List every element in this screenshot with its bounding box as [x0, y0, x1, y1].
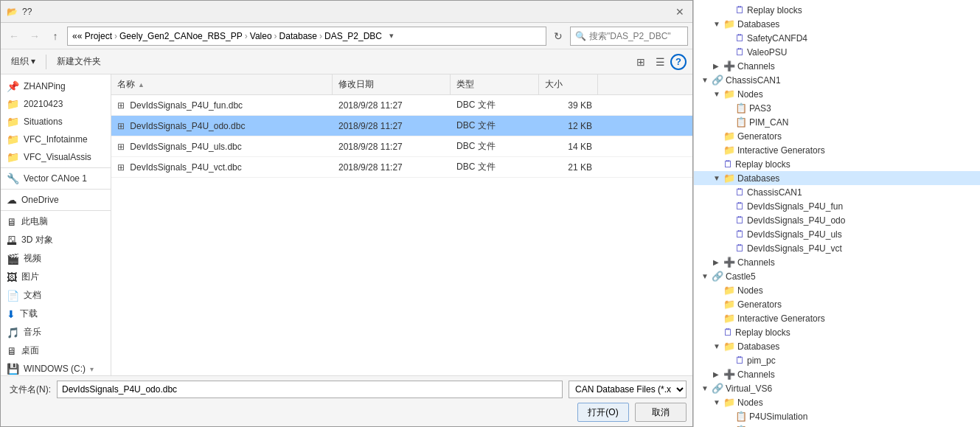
file-row-2[interactable]: ⊞ DevIdsSignals_P4U_uls.dbc 2018/9/28 11…: [111, 136, 692, 157]
sidebar-item-pictures[interactable]: 🖼 图片: [1, 268, 111, 286]
tree-item[interactable]: 🗒DevIdsSignals_P4U_uls: [694, 227, 980, 241]
tree-toggle[interactable]: ▼: [713, 398, 723, 406]
tree-item[interactable]: 🗒DevIdsSignals_P4U_vct: [694, 241, 980, 255]
sidebar-item-windows-c[interactable]: 💾 WINDOWS (C:) ▾: [1, 360, 111, 375]
tree-item[interactable]: ▼🔗Virtual_VS6: [694, 381, 980, 395]
tree-item[interactable]: ▼🔗ChassisCAN1: [694, 73, 980, 87]
tree-node-icon: 🗒: [735, 4, 745, 15]
tree-item[interactable]: 📋PIM_CAN: [694, 115, 980, 129]
tree-toggle[interactable]: ▼: [701, 272, 712, 280]
sidebar-item-download[interactable]: ⬇ 下载: [1, 305, 111, 323]
sidebar-label-pictures: 图片: [21, 271, 39, 283]
header-date[interactable]: 修改日期: [333, 74, 451, 94]
sidebar-item-situations[interactable]: 📁 Situations: [1, 113, 111, 131]
sidebar-item-vfc-infotainme[interactable]: 📁 VFC_Infotainme: [1, 131, 111, 148]
header-name[interactable]: 名称 ▲: [111, 74, 333, 94]
tree-item[interactable]: 🗒Replay blocks: [694, 3, 980, 17]
file-row-0[interactable]: ⊞ DevIdsSignals_P4U_fun.dbc 2018/9/28 11…: [111, 95, 692, 116]
tree-toggle[interactable]: ▼: [713, 174, 723, 182]
tree-item[interactable]: 🗒DevIdsSignals_P4U_fun: [694, 199, 980, 213]
filetype-select[interactable]: CAN Database Files (*.xml;*.: [569, 381, 687, 398]
file-name-3: ⊞ DevIdsSignals_P4U_vct.dbc: [111, 159, 333, 176]
view-list-button[interactable]: ☰: [651, 53, 669, 71]
search-input[interactable]: [589, 31, 678, 41]
up-button[interactable]: ↑: [46, 27, 64, 45]
breadcrumb-dropdown[interactable]: ▾: [384, 27, 399, 45]
tree-item[interactable]: 📁Interactive Generators: [694, 311, 980, 325]
tree-item[interactable]: 📋P4USimulation: [694, 409, 980, 423]
tree-toggle[interactable]: ▼: [713, 342, 723, 350]
tree-item[interactable]: 📋VS6_Control(VS6_Park_Ctrl): [694, 423, 980, 427]
tree-item[interactable]: ▼🔗Castle5: [694, 269, 980, 283]
breadcrumb-part-4[interactable]: DAS_P2_DBC: [324, 31, 382, 41]
tree-item[interactable]: ▼📁Databases: [694, 339, 980, 353]
file-row-1[interactable]: ⊞ DevIdsSignals_P4U_odo.dbc 2018/9/28 11…: [111, 116, 692, 136]
file-row-3[interactable]: ⊞ DevIdsSignals_P4U_vct.dbc 2018/9/28 11…: [111, 157, 692, 178]
back-button[interactable]: ←: [5, 27, 23, 45]
right-panel: 🗒Replay blocks▼📁Databases🗒SafetyCANFD4🗒V…: [693, 0, 980, 427]
tree-item[interactable]: ▼📁Databases: [694, 17, 980, 31]
tree-item[interactable]: 🗒SafetyCANFD4: [694, 31, 980, 45]
tree-item[interactable]: 📁Generators: [694, 129, 980, 143]
tree-toggle[interactable]: ▼: [701, 76, 712, 84]
tree-item[interactable]: 📋PAS3: [694, 101, 980, 115]
tree-item[interactable]: ▼📁Databases: [694, 171, 980, 185]
refresh-button[interactable]: ↻: [549, 27, 567, 45]
tree-toggle[interactable]: ▼: [713, 90, 723, 98]
file-type-2: DBC 文件: [451, 136, 539, 156]
tree-node-icon: 🗒: [735, 355, 745, 366]
tree-item[interactable]: 🗒ChassisCAN1: [694, 185, 980, 199]
breadcrumb-part-3[interactable]: Database: [279, 31, 317, 41]
forward-button[interactable]: →: [26, 27, 44, 45]
tree-toggle[interactable]: ▶: [713, 370, 723, 378]
breadcrumb-part-2[interactable]: Valeo: [250, 31, 272, 41]
view-grid-button[interactable]: ⊞: [632, 53, 650, 71]
tree-item[interactable]: 🗒Replay blocks: [694, 157, 980, 171]
tree-item[interactable]: 🗒DevIdsSignals_P4U_odo: [694, 213, 980, 227]
sidebar-item-20210423[interactable]: 📁 20210423: [1, 95, 111, 113]
sidebar-item-docs[interactable]: 📄 文档: [1, 286, 111, 305]
tree-toggle[interactable]: ▶: [713, 62, 723, 70]
tree-item[interactable]: ▼📁Nodes: [694, 395, 980, 409]
sidebar-item-music[interactable]: 🎵 音乐: [1, 323, 111, 341]
tree-item[interactable]: 🗒pim_pc: [694, 353, 980, 367]
sidebar-item-desktop[interactable]: 🖥 桌面: [1, 341, 111, 360]
tree-item[interactable]: 📁Generators: [694, 297, 980, 311]
sidebar-item-video[interactable]: 🎬 视频: [1, 249, 111, 268]
tree-item[interactable]: 🗒Replay blocks: [694, 325, 980, 339]
tree-item[interactable]: ▶➕Channels: [694, 255, 980, 269]
tree-node-label: Nodes: [737, 285, 763, 296]
tree-toggle[interactable]: ▼: [713, 20, 723, 28]
close-button[interactable]: ✕: [673, 5, 687, 18]
sidebar-item-vector-canoe[interactable]: 🔧 Vector CANoe 1: [1, 170, 111, 187]
file-list: 名称 ▲ 修改日期 类型 大小 ⊞ DevIdsSignals_P4U_fun.…: [111, 74, 692, 375]
tree-node-label: Databases: [737, 341, 779, 352]
sidebar-item-onedrive[interactable]: ☁ OneDrive: [1, 191, 111, 209]
breadcrumb-part-0[interactable]: «« Project: [72, 31, 112, 41]
tree-item[interactable]: ▼📁Nodes: [694, 87, 980, 101]
bottom-bar: 文件名(N): CAN Database Files (*.xml;*. 打开(…: [1, 375, 692, 426]
organize-button[interactable]: 组织 ▾: [7, 53, 40, 70]
sidebar-label-windows-c: WINDOWS (C:): [24, 364, 86, 374]
open-button[interactable]: 打开(O): [577, 403, 629, 422]
tree-item[interactable]: ▶➕Channels: [694, 59, 980, 73]
tree-item[interactable]: 📁Interactive Generators: [694, 143, 980, 157]
breadcrumb-part-1[interactable]: Geely_Gen2_CANoe_RBS_PP: [119, 31, 243, 41]
tree-toggle[interactable]: ▶: [713, 258, 723, 266]
help-button[interactable]: ?: [670, 54, 687, 70]
header-size[interactable]: 大小: [539, 74, 598, 94]
sidebar-label-video: 视频: [24, 252, 41, 265]
sidebar-label-vfc-infotainme: VFC_Infotainme: [24, 134, 88, 145]
sidebar-item-thispc[interactable]: 🖥 此电脑: [1, 212, 111, 231]
sidebar-item-3d[interactable]: 🗳 3D 对象: [1, 231, 111, 249]
filename-input[interactable]: [57, 381, 563, 398]
header-type[interactable]: 类型: [451, 74, 539, 94]
tree-item[interactable]: ▶➕Channels: [694, 367, 980, 381]
tree-toggle[interactable]: ▼: [701, 384, 712, 392]
sidebar-item-vfc-visual[interactable]: 📁 VFC_VisualAssis: [1, 148, 111, 166]
sidebar-item-zhanping[interactable]: 📌 ZHANPing: [1, 77, 111, 95]
new-folder-button[interactable]: 新建文件夹: [52, 53, 105, 70]
tree-item[interactable]: 🗒ValeoPSU: [694, 45, 980, 59]
tree-item[interactable]: 📁Nodes: [694, 283, 980, 297]
cancel-button[interactable]: 取消: [635, 403, 687, 422]
